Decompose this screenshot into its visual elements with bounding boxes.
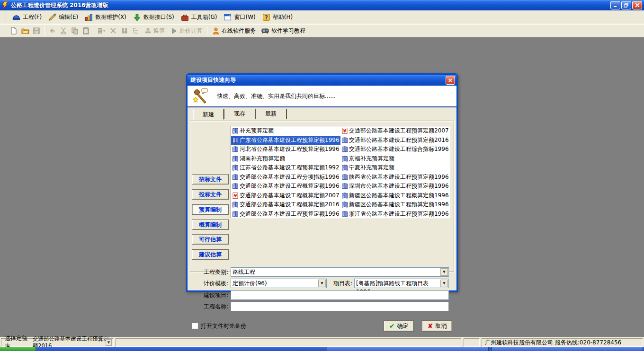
tab-3[interactable]: 最新: [256, 108, 286, 120]
chevron-down-icon[interactable]: ▼: [440, 280, 448, 287]
menu-item-label: 帮助(H): [273, 13, 293, 21]
list-item[interactable]: 新疆区公路基本建设工程预算定额1996: [340, 200, 450, 210]
project-name-field[interactable]: [233, 302, 448, 311]
yuan-doc-icon: ¥: [232, 193, 239, 199]
chevron-down-icon[interactable]: ▼: [318, 280, 326, 287]
tab-1[interactable]: 新建: [193, 109, 224, 120]
new-file-button[interactable]: [8, 26, 19, 36]
tab-2[interactable]: 现存: [224, 108, 255, 120]
book-icon: [232, 202, 239, 208]
book-icon: [232, 211, 239, 217]
list-item[interactable]: 宁夏补充预算定额: [340, 163, 450, 173]
start-button-edge[interactable]: [0, 347, 36, 351]
taskbar-task-edge[interactable]: [327, 347, 489, 351]
book-icon: [341, 156, 348, 162]
pricing-template-combobox[interactable]: 定额计价(96) ▼: [231, 279, 327, 288]
undo-icon: [48, 27, 56, 35]
list-item[interactable]: ¥交通部公路基本建设工程概算定额2007: [231, 191, 340, 201]
convert-icon: [144, 27, 152, 35]
dialog-tabs: 新建现存最新: [188, 107, 456, 120]
menu-item-5[interactable]: 工具箱(G): [179, 12, 222, 23]
close-button[interactable]: [632, 1, 642, 9]
list-item[interactable]: 江苏省公路基本建设工程预算定额1992: [231, 163, 340, 173]
book-icon: [232, 146, 239, 152]
book-icon: [341, 146, 348, 152]
category-button-6[interactable]: 建议估算: [192, 249, 229, 260]
list-item[interactable]: 浙江省公路基本建设工程预算定额1996: [340, 210, 450, 219]
list-item-label: 深圳市公路基本建设工程预算定额1996: [349, 182, 449, 190]
ok-button[interactable]: ✔ 确定: [384, 320, 414, 332]
tab-separator: [286, 109, 287, 119]
list-item[interactable]: 交通部公路基本建设工程预算定额1996: [231, 210, 340, 219]
list-item-label: 交通部公路基本建设工程概算定额2016: [240, 201, 340, 209]
category-button-1[interactable]: 招标文件: [192, 174, 229, 184]
tutorial-button[interactable]: 软件学习教程: [259, 26, 308, 36]
backup-checkbox[interactable]: [192, 323, 198, 329]
list-item[interactable]: 陕西省公路基本建设工程预算定额1996: [340, 173, 450, 182]
dialog-body: 招标文件投标文件预算编制概算编制可行估算建议估算 补充预算定额广东省公路基本建设…: [188, 120, 456, 290]
statusbar-small-panel: [464, 338, 480, 347]
toolbox-icon: [181, 13, 189, 21]
list-item-label: 湖南补充预算定额: [240, 155, 285, 163]
project-table-combobox[interactable]: [粤基路]预算路线工程项目表1996 ▼: [354, 279, 449, 288]
minimize-button[interactable]: [610, 1, 620, 9]
statusbar-message-panel: [116, 338, 461, 347]
list-item[interactable]: ¥交通部公路基本建设工程预算定额2007: [340, 126, 450, 136]
data-interface-icon: [133, 13, 141, 21]
toolbar-separator: [94, 26, 94, 35]
convert-label: 换算: [153, 27, 165, 35]
list-item[interactable]: 深圳市公路基本建设工程预算定额1996: [340, 182, 450, 191]
list-item-label: 广东省公路基本建设工程预算定额1996: [240, 136, 340, 144]
play-icon: [170, 27, 178, 35]
list-item[interactable]: 补充预算定额: [231, 126, 340, 136]
menu-item-6[interactable]: 窗口(W): [221, 12, 259, 23]
chevron-down-icon[interactable]: ▼: [440, 268, 448, 276]
list-item-label: 京福补充预算定额: [349, 155, 394, 163]
menu-item-label: 数据维护(X): [95, 13, 126, 21]
restore-button[interactable]: [621, 1, 631, 9]
list-item[interactable]: 交通部公路基本建设工程概算定额2016: [231, 200, 340, 210]
insert-row-icon: [98, 27, 106, 35]
project-type-label: 工程类别:: [196, 267, 228, 277]
menu-item-3[interactable]: 数据维护(X): [82, 12, 131, 23]
category-button-4[interactable]: 概算编制: [192, 219, 229, 230]
list-item[interactable]: 交通部公路基本建设工程分项指标1996: [231, 173, 340, 182]
menu-item-2[interactable]: 编辑(E): [46, 12, 82, 23]
new-file-icon: [10, 27, 18, 35]
chevron-down-icon[interactable]: ▼: [106, 339, 112, 346]
list-item[interactable]: 新疆区公路基本建设工程概算定额1996: [340, 191, 450, 201]
dialog-close-icon[interactable]: ×: [446, 76, 455, 85]
project-table-label: 项目表:: [331, 279, 352, 288]
construction-project-field[interactable]: [233, 291, 448, 299]
open-file-button[interactable]: [19, 26, 31, 36]
save-icon: [33, 27, 40, 35]
backup-checkbox-label: 打开文件时先备份: [201, 321, 262, 331]
online-service-button[interactable]: 在线软件服务: [209, 26, 259, 36]
template-listbox[interactable]: 补充预算定额广东省公路基本建设工程预算定额1996河北省公路基本建设工程预算定额…: [231, 126, 450, 219]
menu-item-4[interactable]: 数据接口(S): [131, 12, 179, 23]
list-item[interactable]: 湖南补充预算定额: [231, 154, 340, 164]
copy-icon: [71, 27, 79, 35]
category-button-2[interactable]: 投标文件: [192, 189, 229, 200]
taskbar-task-edge[interactable]: [492, 347, 643, 351]
list-item[interactable]: 广东省公路基本建设工程预算定额1996: [231, 136, 340, 145]
project-type-combobox[interactable]: 路线工程 ▼: [231, 267, 449, 277]
list-item[interactable]: 交通部公路基本建设工程预算定额2016: [340, 136, 450, 145]
list-item[interactable]: 交通部公路基本建设工程概算定额1996: [231, 182, 340, 191]
magic-wand-icon: [192, 88, 209, 105]
category-button-5[interactable]: 可行估算: [192, 234, 229, 245]
menu-item-1[interactable]: 工程(F): [10, 12, 46, 23]
list-item[interactable]: 交通部公路基本建设工程综合指标1996: [340, 145, 450, 154]
list-item-label: 江苏省公路基本建设工程预算定额1992: [240, 164, 340, 172]
svg-text:¥: ¥: [343, 128, 347, 133]
toolbar-grip: [3, 26, 4, 35]
online-service-label: 在线软件服务: [222, 27, 256, 35]
list-item[interactable]: 京福补充预算定额: [340, 154, 450, 164]
menu-item-7[interactable]: ?帮助(H): [260, 12, 297, 23]
category-button-3[interactable]: 预算编制: [192, 204, 229, 215]
list-item[interactable]: 河北省公路基本建设工程预算定额1996: [231, 145, 340, 154]
project-name-field-wrap: [231, 302, 449, 311]
book-icon: [341, 165, 348, 171]
cancel-button[interactable]: ✘ 取消: [422, 320, 452, 332]
status-bar: 选择定额库 交通部公路基本建设工程预算定额2016 ▼ 广州建软科技股份有限公司…: [0, 337, 644, 347]
